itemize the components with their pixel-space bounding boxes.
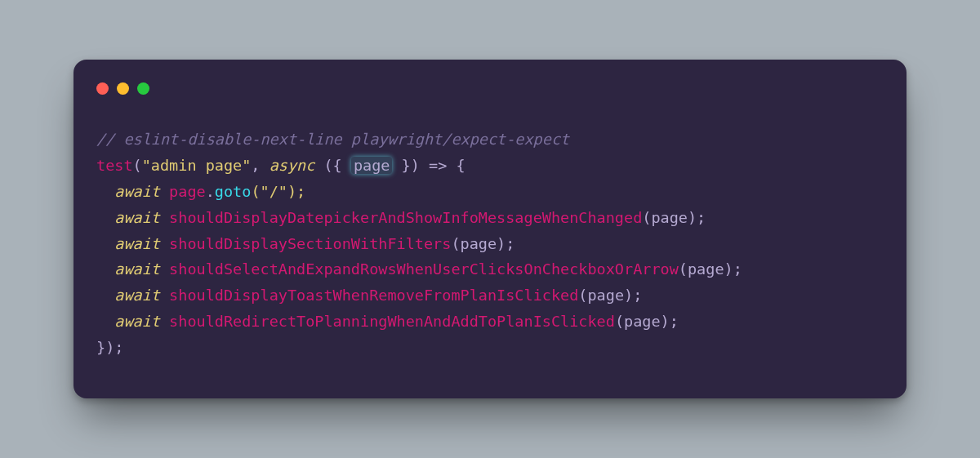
code-line: await shouldSelectAndExpandRowsWhenUserC… (96, 256, 884, 282)
fn-test: test (96, 157, 133, 174)
code-line: }); (96, 335, 884, 361)
window-titlebar (96, 78, 884, 99)
punct: , (251, 157, 269, 174)
call-args: (page); (451, 235, 514, 252)
keyword-await: await (114, 287, 160, 304)
close-brace: }); (96, 339, 123, 356)
call-args: (page); (679, 260, 742, 278)
call-args: (page); (578, 287, 642, 304)
code-window: // eslint-disable-next-line playwright/e… (74, 60, 906, 398)
call-name: shouldRedirectToPlanningWhenAndAddToPlan… (169, 313, 615, 330)
code-line: await shouldDisplayDatepickerAndShowInfo… (96, 205, 884, 231)
keyword-await: await (114, 183, 160, 200)
string-test-name: "admin page" (142, 157, 252, 174)
minimize-icon[interactable] (117, 82, 129, 95)
call-args: (page); (642, 209, 706, 226)
stage: // eslint-disable-next-line playwright/e… (0, 0, 980, 458)
code-line: test("admin page", async ({ page }) => { (96, 153, 884, 179)
keyword-await: await (114, 235, 160, 252)
code-line: await shouldDisplaySectionWithFilters(pa… (96, 231, 884, 257)
keyword-await: await (114, 260, 160, 278)
comment-text: // eslint-disable-next-line playwright/e… (96, 131, 569, 148)
arrow: => { (429, 157, 466, 174)
call-name: shouldDisplayDatepickerAndShowInfoMessag… (169, 209, 642, 226)
call-name: shouldSelectAndExpandRowsWhenUserClicksO… (169, 260, 679, 278)
code-line: await page.goto("/"); (96, 179, 884, 205)
ident-page: page (169, 183, 206, 200)
call-name: shouldDisplaySectionWithFilters (169, 235, 451, 252)
code-line: await shouldRedirectToPlanningWhenAndAdd… (96, 309, 884, 335)
maximize-icon[interactable] (137, 82, 149, 95)
punct: ( (133, 157, 142, 174)
call-args: (page); (615, 313, 679, 330)
param-page: page (351, 157, 393, 174)
code-line-comment: // eslint-disable-next-line playwright/e… (96, 127, 884, 153)
method-goto: goto (215, 183, 252, 200)
goto-arg: ("/"); (251, 183, 305, 200)
keyword-await: await (114, 209, 160, 226)
punct: ({ (314, 157, 351, 174)
call-name: shouldDisplayToastWhenRemoveFromPlanIsCl… (169, 287, 578, 304)
keyword-await: await (114, 313, 160, 330)
code-block: // eslint-disable-next-line playwright/e… (96, 127, 884, 360)
keyword-async: async (270, 157, 315, 174)
code-line: await shouldDisplayToastWhenRemoveFromPl… (96, 282, 884, 309)
dot: . (206, 183, 215, 200)
close-icon[interactable] (96, 82, 109, 95)
punct: }) (392, 157, 429, 174)
